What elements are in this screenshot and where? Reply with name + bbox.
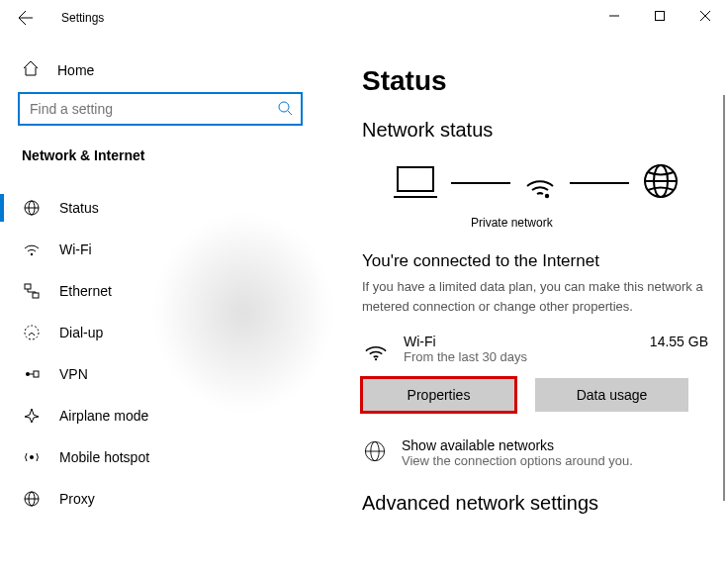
sidebar-category: Network & Internet [18,147,326,163]
ethernet-icon [22,281,42,301]
airplane-icon [22,406,42,426]
sidebar-home-label: Home [57,62,94,78]
show-networks-label: Show available networks [402,437,633,453]
minimize-icon [609,11,619,21]
connection-buttons: Properties Data usage [362,378,728,412]
minimize-button[interactable] [592,0,637,32]
svg-rect-11 [33,293,39,298]
sidebar-item-dialup[interactable]: Dial-up [18,312,326,353]
sidebar-item-ethernet[interactable]: Ethernet [18,270,326,312]
diagram-caption: Private network [471,216,728,230]
maximize-button[interactable] [637,0,682,32]
status-icon [22,198,42,218]
properties-button[interactable]: Properties [362,378,515,412]
scrollbar[interactable] [723,95,725,501]
show-networks-row[interactable]: Show available networks View the connect… [362,437,728,468]
search-input[interactable] [28,100,277,118]
sidebar-item-hotspot[interactable]: Mobile hotspot [18,436,326,478]
arrow-left-icon [18,10,34,26]
window-title: Settings [61,11,104,25]
sidebar-item-wifi[interactable]: Wi-Fi [18,229,326,270]
sidebar-item-label: Proxy [59,491,95,507]
svg-point-9 [31,253,33,255]
wifi-icon [522,163,558,202]
back-button[interactable] [10,2,42,34]
show-networks-sub: View the connection options around you. [402,453,633,468]
close-icon [700,11,710,21]
hotspot-icon [22,447,42,467]
connection-usage: 14.55 GB [650,334,728,349]
globe-icon [641,161,681,204]
page-title: Status [362,65,728,97]
svg-point-4 [279,102,289,112]
connection-summary: Wi-Fi From the last 30 days 14.55 GB [362,328,728,364]
svg-point-26 [375,358,377,360]
content: Status Network status Private network Yo… [326,36,728,577]
svg-point-16 [30,455,34,459]
svg-point-22 [545,194,549,198]
computer-icon [392,161,439,204]
proxy-icon [22,489,42,509]
sidebar-item-label: Wi-Fi [59,241,92,257]
sidebar-item-label: Ethernet [59,283,112,299]
svg-line-5 [288,111,292,115]
diagram-line [451,182,510,184]
sidebar-item-label: Airplane mode [59,408,148,424]
sidebar: Home Network & Internet StatusWi-FiEther… [0,36,326,577]
svg-rect-10 [25,284,31,289]
dialup-icon [22,323,42,342]
sidebar-item-status[interactable]: Status [18,187,326,229]
sidebar-item-proxy[interactable]: Proxy [18,478,326,520]
data-usage-button[interactable]: Data usage [535,378,688,412]
connected-heading: You're connected to the Internet [362,251,728,271]
sidebar-item-airplane[interactable]: Airplane mode [18,395,326,436]
home-icon [22,59,40,80]
sidebar-item-label: VPN [59,366,88,382]
sidebar-item-label: Mobile hotspot [59,449,149,465]
close-button[interactable] [682,0,728,32]
svg-rect-20 [398,167,433,191]
maximize-icon [655,11,665,21]
sidebar-item-vpn[interactable]: VPN [18,353,326,395]
wifi-icon [362,334,390,361]
globe-icon [362,437,388,463]
svg-point-13 [26,372,30,376]
window-controls [592,0,728,32]
sidebar-home[interactable]: Home [18,55,326,92]
search-box[interactable] [18,92,303,126]
sidebar-item-label: Dial-up [59,325,103,340]
network-status-heading: Network status [362,119,728,142]
connection-name: Wi-Fi [404,334,636,349]
vpn-icon [22,364,42,384]
svg-rect-15 [34,371,39,377]
diagram-line [570,182,629,184]
search-icon [277,100,293,119]
sidebar-item-label: Status [59,200,99,216]
advanced-heading: Advanced network settings [362,492,728,515]
network-diagram [392,161,728,204]
svg-rect-1 [656,12,665,21]
wifi-icon [22,240,42,259]
connection-period: From the last 30 days [404,349,636,364]
connected-body: If you have a limited data plan, you can… [362,277,728,316]
